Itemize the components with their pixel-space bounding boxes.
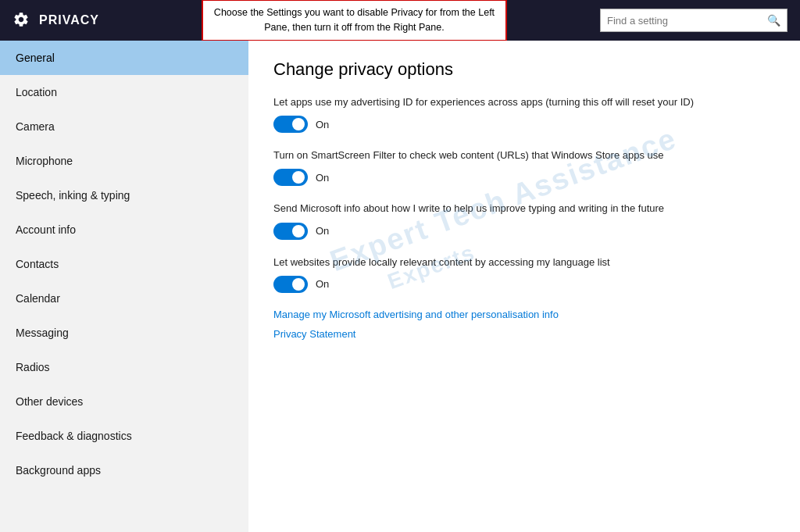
toggle-label-language-list: On xyxy=(316,278,329,290)
links-section: Manage my Microsoft advertising and othe… xyxy=(273,309,775,340)
sidebar-item-other-devices[interactable]: Other devices xyxy=(0,384,248,419)
toggle-label-smartscreen: On xyxy=(316,172,329,184)
sidebar-item-background-apps[interactable]: Background apps xyxy=(0,453,248,487)
sidebar-label-account-info: Account info xyxy=(16,223,76,236)
sidebar-item-messaging[interactable]: Messaging xyxy=(0,316,248,350)
setting-desc-advertising-id: Let apps use my advertising ID for exper… xyxy=(273,95,775,109)
setting-desc-language-list: Let websites provide locally relevant co… xyxy=(273,255,775,270)
sidebar-label-microphone: Microphone xyxy=(16,155,73,167)
privacy-statement-link[interactable]: Privacy Statement xyxy=(273,328,775,340)
toggle-row-advertising-id: On xyxy=(273,116,775,133)
callout-line1: Choose the Settings you want to disable … xyxy=(214,7,495,18)
sidebar-item-speech[interactable]: Speech, inking & typing xyxy=(0,178,248,212)
toggle-label-advertising-id: On xyxy=(316,119,329,130)
header-title: PRIVACY xyxy=(39,13,99,27)
toggle-typing-info[interactable] xyxy=(273,223,308,240)
sidebar-label-radios: Radios xyxy=(16,361,50,373)
setting-block-smartscreen: Turn on SmartScreen Filter to check web … xyxy=(273,148,775,186)
toggle-language-list[interactable] xyxy=(273,276,308,293)
sidebar-item-feedback[interactable]: Feedback & diagnostics xyxy=(0,419,248,453)
toggle-smartscreen[interactable] xyxy=(273,169,308,186)
sidebar: General Location Camera Microphone Speec… xyxy=(0,41,248,532)
setting-block-typing-info: Send Microsoft info about how I write to… xyxy=(273,202,775,239)
sidebar-item-camera[interactable]: Camera xyxy=(0,109,248,144)
sidebar-label-background-apps: Background apps xyxy=(16,464,101,477)
sidebar-label-feedback: Feedback & diagnostics xyxy=(16,430,132,442)
sidebar-label-camera: Camera xyxy=(16,120,55,133)
toggle-advertising-id[interactable] xyxy=(273,116,308,133)
gear-icon xyxy=(12,11,30,30)
search-icon: 🔍 xyxy=(767,14,780,27)
sidebar-label-calendar: Calendar xyxy=(16,292,60,305)
search-input[interactable] xyxy=(607,15,767,27)
sidebar-label-other-devices: Other devices xyxy=(16,395,83,408)
toggle-row-smartscreen: On xyxy=(273,169,775,186)
setting-block-language-list: Let websites provide locally relevant co… xyxy=(273,255,775,293)
main-layout: General Location Camera Microphone Speec… xyxy=(0,41,800,532)
sidebar-label-messaging: Messaging xyxy=(16,327,69,339)
content-title: Change privacy options xyxy=(273,59,775,80)
callout-line2: Pane, then turn it off from the Right Pa… xyxy=(264,22,444,33)
toggle-label-typing-info: On xyxy=(316,225,329,237)
setting-desc-typing-info: Send Microsoft info about how I write to… xyxy=(273,202,775,216)
toggle-row-language-list: On xyxy=(273,276,775,293)
toggle-row-typing-info: On xyxy=(273,223,775,240)
setting-desc-smartscreen: Turn on SmartScreen Filter to check web … xyxy=(273,148,775,162)
sidebar-item-microphone[interactable]: Microphone xyxy=(0,144,248,178)
callout-box: Choose the Settings you want to disable … xyxy=(202,0,507,41)
sidebar-item-contacts[interactable]: Contacts xyxy=(0,247,248,281)
sidebar-item-general[interactable]: General xyxy=(0,41,248,75)
sidebar-label-general: General xyxy=(16,52,55,64)
manage-advertising-link[interactable]: Manage my Microsoft advertising and othe… xyxy=(273,309,775,320)
content-area: Expert Tech AssistanceExperts Change pri… xyxy=(248,41,800,532)
sidebar-item-account-info[interactable]: Account info xyxy=(0,212,248,247)
sidebar-label-speech: Speech, inking & typing xyxy=(16,189,130,202)
header-bar: PRIVACY Choose the Settings you want to … xyxy=(0,0,800,41)
sidebar-item-radios[interactable]: Radios xyxy=(0,350,248,384)
sidebar-label-contacts: Contacts xyxy=(16,258,59,270)
setting-block-advertising-id: Let apps use my advertising ID for exper… xyxy=(273,95,775,133)
sidebar-item-calendar[interactable]: Calendar xyxy=(0,281,248,316)
search-box[interactable]: 🔍 xyxy=(600,9,788,32)
sidebar-item-location[interactable]: Location xyxy=(0,75,248,109)
sidebar-label-location: Location xyxy=(16,86,57,98)
